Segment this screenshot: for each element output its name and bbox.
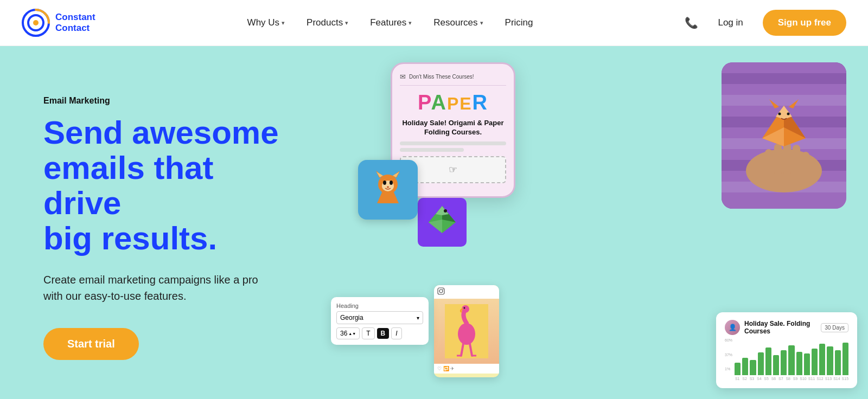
bar-chart-bar (750, 360, 756, 375)
bird-icon (426, 203, 458, 241)
phone-sale-text: Holiday Sale! Origami & Paper Folding Co… (400, 119, 506, 137)
x-axis-label: S13 (825, 377, 832, 381)
nav-resources[interactable]: Resources ▾ (425, 13, 492, 33)
widget-format-t[interactable]: T (362, 327, 374, 339)
svg-point-36 (778, 113, 781, 115)
flamingo-illustration (445, 304, 488, 358)
hero-title: Send awesome emails that drive big resul… (43, 115, 293, 256)
svg-point-44 (458, 323, 475, 345)
bar-chart-bar (773, 355, 779, 375)
x-axis-label: S10 (800, 377, 806, 381)
fox-sticker (358, 160, 418, 220)
site-header: Constant Contact Why Us ▾ Products ▾ Fea… (0, 0, 868, 46)
x-axis-label: S1 (735, 377, 740, 381)
x-axis-label: S11 (808, 377, 815, 381)
x-axis-label: S7 (778, 377, 783, 381)
phone-header: ✉ Don't Miss These Courses! (400, 73, 506, 86)
x-axis-label: S14 (833, 377, 840, 381)
bar-chart-bar (843, 343, 848, 375)
svg-rect-27 (765, 149, 773, 176)
widget-bold-button[interactable]: B (377, 328, 390, 339)
text-editor-widget: Heading Georgia ▾ 36 ▲▼ T B I (331, 297, 429, 345)
bar-chart-bar (788, 345, 794, 375)
nav-why-us[interactable]: Why Us ▾ (239, 13, 294, 33)
analytics-period[interactable]: 30 Days (821, 323, 848, 332)
nav-products[interactable]: Products ▾ (298, 13, 357, 33)
header-actions: 📞 Log in Sign up free (685, 10, 846, 36)
fox-icon (366, 168, 410, 211)
y-axis-labels: 60% 37% 1% (725, 338, 732, 371)
phone-icon[interactable]: 📞 (685, 16, 698, 29)
hero-section: Email Marketing Send awesome emails that… (0, 46, 868, 399)
svg-rect-40 (438, 288, 444, 294)
bar-chart-bar (804, 353, 810, 375)
chevron-down-icon: ▾ (480, 20, 483, 27)
svg-point-11 (390, 181, 393, 185)
nav-pricing[interactable]: Pricing (496, 13, 542, 33)
instagram-icon (437, 287, 445, 297)
chevron-down-icon: ▾ (282, 20, 285, 27)
cursor-icon: ☞ (449, 164, 457, 176)
chevron-down-icon: ▾ (409, 20, 412, 27)
svg-point-2 (33, 20, 39, 25)
svg-rect-30 (793, 145, 800, 176)
x-axis-label: S3 (749, 377, 755, 381)
start-trial-button[interactable]: Start trial (43, 328, 139, 360)
x-axis-label: S8 (786, 377, 791, 381)
x-axis-label: S4 (756, 377, 762, 381)
hero-visuals: ✉ Don't Miss These Courses! PAPER Holida… (326, 46, 868, 399)
svg-rect-31 (802, 152, 809, 176)
widget-italic-button[interactable]: I (391, 327, 401, 339)
svg-point-12 (387, 186, 389, 188)
x-axis-labels: S1S2S3S4S5S6S7S8S9S10S11S12S13S14S15 (735, 377, 848, 381)
phone-lines (400, 141, 506, 152)
chevron-down-icon: ▾ (345, 20, 348, 27)
svg-rect-29 (783, 143, 791, 176)
bar-chart-bar (765, 347, 771, 375)
bird-sticker (418, 198, 467, 247)
bar-chart-bar (819, 344, 825, 375)
bar-chart-bar (742, 358, 748, 376)
svg-point-41 (439, 289, 443, 293)
analytics-avatar: 👤 (725, 320, 740, 335)
widget-font-select[interactable]: Georgia ▾ (336, 311, 423, 324)
insta-header (434, 285, 499, 299)
logo[interactable]: Constant Contact (22, 9, 95, 37)
bar-chart-bar (796, 352, 802, 376)
signup-button[interactable]: Sign up free (763, 10, 846, 36)
bar-chart-bar (812, 349, 818, 375)
hero-content: Email Marketing Send awesome emails that… (0, 46, 326, 399)
x-axis-label: S12 (816, 377, 823, 381)
hero-subtitle: Create email marketing campaigns like a … (43, 272, 271, 304)
widget-tools: 36 ▲▼ T B I (336, 327, 423, 339)
x-axis-label: S5 (763, 377, 769, 381)
x-axis-label: S2 (742, 377, 747, 381)
analytics-widget: 👤 Holiday Sale. Folding Courses 30 Days … (716, 312, 857, 388)
instagram-widget: ♡ 🔁 ✈ (434, 285, 499, 377)
svg-point-37 (787, 113, 790, 115)
origami-photo-illustration (722, 62, 846, 209)
widget-size-input[interactable]: 36 ▲▼ (336, 327, 360, 339)
analytics-chart-area: 60% 37% 1% S1S2S3S4S5S6S7S8S9S10S11S12S1… (725, 338, 848, 381)
svg-rect-28 (774, 144, 782, 176)
insta-image (434, 299, 499, 364)
bar-chart-bar (781, 350, 787, 375)
x-axis-label: S15 (842, 377, 848, 381)
nav-features[interactable]: Features ▾ (361, 13, 420, 33)
logo-text: Constant Contact (55, 12, 95, 34)
bar-chart-bar (827, 346, 833, 375)
phone-paper-title: PAPER (400, 91, 506, 114)
bar-chart-bar (758, 352, 764, 375)
x-axis-label: S9 (793, 377, 798, 381)
insta-footer: ♡ 🔁 ✈ (434, 364, 499, 374)
login-button[interactable]: Log in (709, 13, 751, 33)
svg-point-46 (464, 307, 465, 309)
analytics-title: Holiday Sale. Folding Courses (744, 320, 816, 335)
bar-chart-bar (735, 363, 741, 375)
chevron-down-icon: ▾ (417, 315, 419, 321)
bar-chart-bar (835, 350, 841, 375)
bar-chart (735, 343, 848, 375)
svg-point-42 (443, 289, 444, 290)
widget-heading-label: Heading (336, 303, 423, 309)
svg-point-17 (444, 209, 447, 213)
